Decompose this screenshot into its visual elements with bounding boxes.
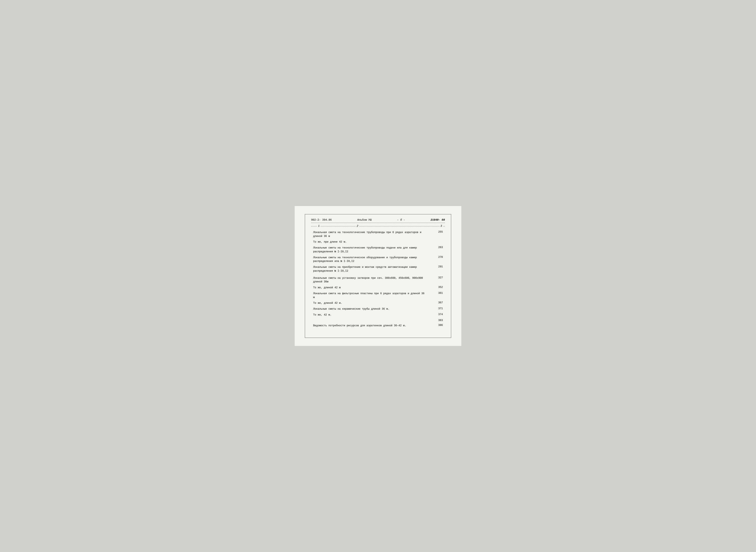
entry-page: 361 [435, 292, 443, 295]
content-area: Локальная смета на технологические трубо… [311, 231, 445, 328]
col-1-label: 1 [317, 225, 321, 228]
entry-text: То же, 42 м. [313, 313, 427, 317]
entry-page: 255 [435, 231, 443, 234]
entry-page: 371 [435, 307, 443, 310]
list-item: Ведомость потребности ресурсов для аэрат… [313, 324, 443, 328]
entry-page: 327 [435, 276, 443, 279]
list-item: Локальные сметы на технологические трубо… [313, 246, 443, 254]
list-item: 383 [313, 319, 443, 322]
entry-text: Локальные сметы на керамические трубы дл… [313, 307, 427, 311]
doc-code: 21049- 08 [430, 219, 445, 222]
entry-page: 352 [435, 286, 443, 289]
entry-text: То же, длиной 42 м. [313, 301, 427, 305]
list-item: Локальные сметы на приобретение и монтаж… [313, 265, 443, 273]
entry-text: Локальные сметы на технологические трубо… [313, 246, 427, 254]
entry-text: То же, длиной 42 м [313, 286, 427, 290]
list-item: Локальные сметы на установку затворов пр… [313, 276, 443, 284]
header-row: 902-2- 394.86 Альбом УШ - б - 21049- 08 [311, 219, 445, 222]
entry-text: Локальная смета на технологические трубо… [313, 231, 427, 238]
entry-page: 386 [435, 324, 443, 327]
entry-text: То же, при длине 42 м. [313, 240, 427, 244]
list-item: То же, длиной 42 м 352 [313, 286, 443, 290]
page-container: 902-2- 394.86 Альбом УШ - б - 21049- 08 … [295, 206, 461, 346]
col-2-label: 2 [356, 225, 359, 228]
list-item: То же, при длине 42 м. [313, 240, 443, 244]
column-header-row: 1 2 3 [311, 224, 445, 228]
entry-text: Локальные сметы на приобретение и монтаж… [313, 265, 427, 273]
list-item: Локальная смета на фильтросные пластины … [313, 292, 443, 299]
list-item: Локальная смета на технологические трубо… [313, 231, 443, 238]
list-item: То же, 42 м. 374 [313, 313, 443, 317]
entry-page: 374 [435, 313, 443, 316]
list-item: Локальные сметы на керамические трубы дл… [313, 307, 443, 311]
entry-text: Ведомость потребности ресурсов для аэрат… [313, 324, 427, 328]
doc-number: 902-2- 394.86 [311, 219, 332, 222]
document-border: 902-2- 394.86 Альбом УШ - б - 21049- 08 … [305, 214, 451, 338]
entry-text: Локальная смета на фильтросные пластины … [313, 292, 427, 299]
entry-page: 291 [435, 265, 443, 268]
page-number: - б - [397, 219, 405, 222]
entry-page: 383 [435, 319, 443, 322]
col-3-label: 3 [439, 225, 443, 228]
entry-page: 263 [435, 246, 443, 249]
entry-page: 270 [435, 256, 443, 259]
list-item: То же, длиной 42 м. 367 [313, 301, 443, 305]
album-label: Альбом УШ [357, 219, 372, 222]
entry-text: Локальные сметы на технологическое обору… [313, 256, 427, 264]
entry-text: Локальные сметы на установку затворов пр… [313, 276, 427, 284]
list-item: Локальные сметы на технологическое обору… [313, 256, 443, 264]
entry-page: 367 [435, 301, 443, 304]
header-divider [311, 223, 445, 223]
